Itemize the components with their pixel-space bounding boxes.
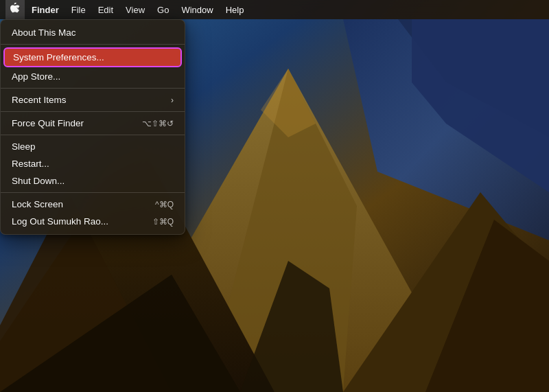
menubar-item-edit[interactable]: Edit bbox=[93, 0, 119, 19]
sleep-label: Sleep bbox=[12, 141, 36, 152]
menu-item-force-quit[interactable]: Force Quit Finder ⌥⇧⌘↺ bbox=[1, 115, 185, 132]
separator-2 bbox=[1, 88, 185, 89]
force-quit-label: Force Quit Finder bbox=[12, 118, 84, 128]
separator-5 bbox=[1, 192, 185, 193]
menubar-item-file[interactable]: File bbox=[66, 0, 91, 19]
log-out-label: Log Out Sumukh Rao... bbox=[12, 216, 108, 227]
menu-item-restart[interactable]: Restart... bbox=[1, 155, 185, 172]
menu-item-shut-down[interactable]: Shut Down... bbox=[1, 172, 185, 189]
log-out-shortcut: ⇧⌘Q bbox=[152, 217, 174, 227]
desktop: Finder File Edit View Go Window Help Abo… bbox=[0, 0, 549, 392]
menubar-item-go[interactable]: Go bbox=[152, 0, 174, 19]
menu-item-sleep[interactable]: Sleep bbox=[1, 138, 185, 155]
apple-menu-button[interactable] bbox=[5, 0, 25, 19]
system-preferences-label: System Preferences... bbox=[13, 52, 104, 62]
force-quit-shortcut: ⌥⇧⌘↺ bbox=[142, 119, 174, 128]
apple-dropdown-menu: About This Mac System Preferences... App… bbox=[0, 19, 185, 235]
menubar-item-window[interactable]: Window bbox=[176, 0, 218, 19]
menu-item-about[interactable]: About This Mac bbox=[1, 24, 185, 41]
menubar-item-finder[interactable]: Finder bbox=[26, 0, 65, 19]
menu-item-system-preferences[interactable]: System Preferences... bbox=[3, 47, 182, 67]
separator-1 bbox=[1, 44, 185, 45]
restart-label: Restart... bbox=[12, 159, 49, 169]
menubar-item-help[interactable]: Help bbox=[220, 0, 250, 19]
recent-items-label: Recent Items bbox=[12, 95, 67, 105]
menubar-item-view[interactable]: View bbox=[120, 0, 150, 19]
lock-screen-shortcut: ^⌘Q bbox=[155, 200, 174, 209]
about-label: About This Mac bbox=[12, 27, 76, 38]
apple-icon bbox=[10, 3, 20, 17]
shut-down-label: Shut Down... bbox=[12, 176, 65, 186]
lock-screen-label: Lock Screen bbox=[12, 199, 63, 209]
menu-item-recent-items[interactable]: Recent Items › bbox=[1, 91, 185, 108]
menu-item-lock-screen[interactable]: Lock Screen ^⌘Q bbox=[1, 196, 185, 213]
app-store-label: App Store... bbox=[12, 71, 60, 82]
menu-item-log-out[interactable]: Log Out Sumukh Rao... ⇧⌘Q bbox=[1, 213, 185, 230]
menubar: Finder File Edit View Go Window Help bbox=[0, 0, 549, 19]
menu-item-app-store[interactable]: App Store... bbox=[1, 68, 185, 85]
separator-4 bbox=[1, 135, 185, 135]
separator-3 bbox=[1, 111, 185, 112]
recent-items-arrow: › bbox=[171, 95, 174, 105]
